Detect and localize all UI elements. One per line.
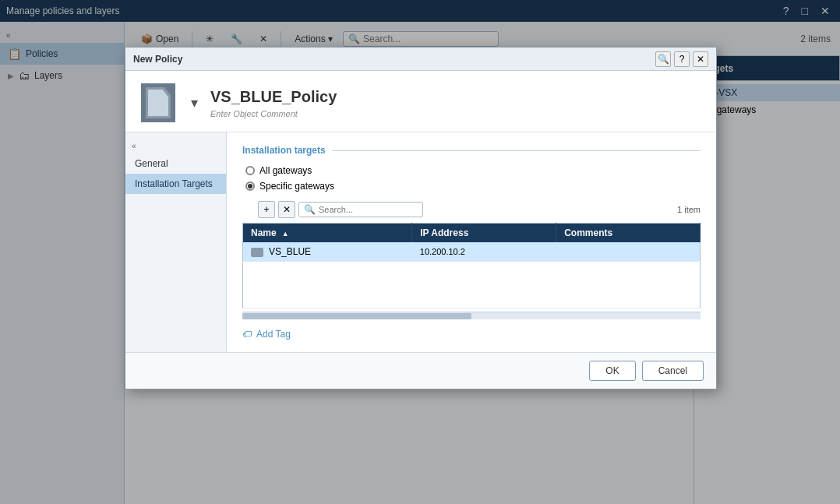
dialog-sidebar: « General Installation Targets bbox=[125, 132, 227, 352]
section-title: Installation targets bbox=[242, 145, 701, 156]
policy-icon-chevron[interactable]: ▾ bbox=[191, 94, 198, 111]
inner-toolbar: + ✕ 🔍 1 item bbox=[242, 201, 701, 218]
gateways-table: Name ▲ IP Address Comments bbox=[242, 223, 701, 308]
add-tag-button[interactable]: 🏷 Add Tag bbox=[242, 329, 701, 340]
policy-icon-container bbox=[141, 83, 175, 122]
table-header-row: Name ▲ IP Address Comments bbox=[243, 224, 701, 243]
inner-search-input[interactable] bbox=[319, 205, 420, 214]
gateway-ip-cell: 10.200.10.2 bbox=[412, 242, 556, 262]
th-gateway-ip[interactable]: IP Address bbox=[412, 224, 556, 243]
dialog-controls: 🔍 ? ✕ bbox=[655, 51, 708, 67]
dialog-content: Installation targets All gateways Specif… bbox=[227, 132, 716, 352]
dialog-search-btn[interactable]: 🔍 bbox=[655, 51, 671, 67]
table-row[interactable]: VS_BLUE 10.200.10.2 bbox=[243, 242, 701, 262]
scroll-thumb bbox=[242, 313, 471, 319]
radio-all-gateways[interactable]: All gateways bbox=[245, 165, 701, 176]
new-policy-dialog: New Policy 🔍 ? ✕ ▾ VS_BLUE_Policy Enter bbox=[125, 47, 717, 389]
policy-comment[interactable]: Enter Object Comment bbox=[210, 109, 337, 118]
cancel-button[interactable]: Cancel bbox=[642, 361, 704, 381]
th-gateway-comments[interactable]: Comments bbox=[556, 224, 701, 243]
inner-search-box: 🔍 bbox=[298, 202, 423, 217]
dialog-close-btn[interactable]: ✕ bbox=[693, 51, 708, 67]
dialog-search-icon: 🔍 bbox=[658, 54, 669, 65]
radio-group: All gateways Specific gateways bbox=[242, 165, 701, 192]
inner-search-icon: 🔍 bbox=[304, 204, 316, 215]
dialog-nav-general[interactable]: General bbox=[125, 153, 226, 174]
dialog-title: New Policy bbox=[133, 54, 182, 65]
policy-icon-bg bbox=[141, 83, 175, 122]
sort-arrow-name: ▲ bbox=[282, 230, 289, 238]
horizontal-scrollbar[interactable] bbox=[242, 312, 701, 319]
remove-icon: ✕ bbox=[283, 204, 291, 215]
device-icon bbox=[251, 248, 263, 257]
dialog-help-icon: ? bbox=[679, 54, 685, 65]
policy-icon-inner bbox=[148, 90, 168, 116]
policy-icon-shape bbox=[146, 87, 171, 118]
radio-circle-all bbox=[245, 166, 255, 175]
add-icon: + bbox=[263, 204, 269, 215]
policy-name-area: VS_BLUE_Policy Enter Object Comment bbox=[210, 88, 337, 118]
gateway-comments-cell bbox=[556, 242, 701, 262]
add-tag-label: Add Tag bbox=[256, 329, 291, 340]
radio-specific-gateways[interactable]: Specific gateways bbox=[245, 181, 701, 192]
empty-row bbox=[243, 262, 701, 308]
gateway-name-cell: VS_BLUE bbox=[243, 242, 412, 262]
th-gateway-name[interactable]: Name ▲ bbox=[243, 224, 412, 243]
dialog-help-btn[interactable]: ? bbox=[674, 51, 690, 67]
dialog-sidebar-collapse[interactable]: « bbox=[125, 139, 226, 153]
tag-icon: 🏷 bbox=[242, 329, 252, 340]
dialog-nav-installation-targets[interactable]: Installation Targets bbox=[125, 174, 226, 194]
dialog-header: ▾ VS_BLUE_Policy Enter Object Comment bbox=[125, 71, 716, 132]
inner-item-count: 1 item bbox=[677, 205, 701, 214]
remove-gateway-button[interactable]: ✕ bbox=[278, 201, 295, 218]
policy-name[interactable]: VS_BLUE_Policy bbox=[210, 88, 337, 106]
dialog-titlebar: New Policy 🔍 ? ✕ bbox=[125, 48, 716, 71]
dialog-body: « General Installation Targets Installat… bbox=[125, 132, 716, 352]
ok-button[interactable]: OK bbox=[589, 361, 635, 381]
dialog-close-icon: ✕ bbox=[697, 54, 704, 65]
add-gateway-button[interactable]: + bbox=[258, 201, 275, 218]
radio-circle-specific bbox=[245, 182, 255, 191]
dialog-footer: OK Cancel bbox=[125, 352, 716, 389]
